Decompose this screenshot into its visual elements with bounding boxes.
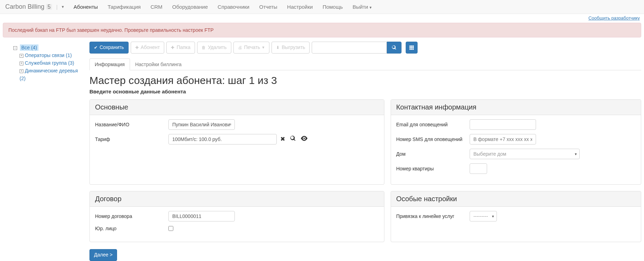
tree-item-operators[interactable]: Операторы связи (1) [25,52,72,58]
svg-point-0 [303,137,305,139]
house-label: Дом [396,151,470,157]
nav-crm[interactable]: CRM [146,0,167,13]
house-select[interactable]: Выберите дом [470,149,580,159]
tree-item-dynamic-trees[interactable]: Динамические деревья (2) [20,68,78,81]
top-navbar: Carbon Billing 5 | ▼ Абоненты Тарификаци… [0,0,644,14]
nav-settings[interactable]: Настройки [282,0,318,13]
service-bind-select[interactable]: --------- [470,211,497,221]
sidebar-tree: − Все (4) +Операторы связи (1) +Служебна… [3,42,87,261]
grid-view-button[interactable] [406,42,418,54]
download-icon: ⬇ [276,45,280,51]
print-label: Печать [244,44,260,51]
print-button[interactable]: 🖨Печать▼ [233,42,270,54]
panel-contact: Контактная информация Email для оповещен… [391,99,641,185]
nav-help[interactable]: Помощь [318,0,348,13]
legal-entity-label: Юр. лицо [95,226,168,231]
trash-icon: 🗑 [202,45,206,51]
nav-menu: Абоненты Тарификация CRM Оборудование Сп… [69,0,377,13]
caret-down-icon: ▼ [369,6,372,9]
apt-input[interactable] [470,163,487,174]
print-icon: 🖨 [238,45,242,51]
nav-logout[interactable]: Выйти▼ [348,0,377,13]
report-row: Сообщить разработчику [0,14,644,21]
panel-special-heading: Особые настройки [391,191,641,207]
report-developer-link[interactable]: Сообщить разработчику [588,15,640,21]
sms-input[interactable] [470,134,536,144]
tariff-input[interactable] [168,134,277,144]
abonent-label: Абонент [141,44,160,51]
page-subtitle: Введите основные данные абонента [89,89,641,94]
nav-tariffs[interactable]: Тарификация [103,0,146,13]
brand-version: 5 [46,4,52,10]
nav-reports[interactable]: Отчеты [254,0,282,13]
abonent-button[interactable]: ✚Абонент [131,42,165,54]
next-button[interactable]: Далее > [89,249,117,261]
sms-label: Номер SMS для оповещений [396,136,470,142]
nav-equipment[interactable]: Оборудование [167,0,213,13]
page-title: Мастер создания абонента: шаг 1 из 3 [89,75,641,86]
contract-number-label: Номер договора [95,213,168,219]
brand-text: Carbon Billing [5,3,44,10]
ftp-backup-alert: Последний бэкап на FTP был завершен неуд… [3,23,641,37]
panel-main: Основные Название/ФИО Тариф ✖ [89,99,384,185]
nav-logout-label: Выйти [353,4,368,10]
folder-button[interactable]: ✚Папка [166,42,195,54]
panel-contract: Договор Номер договора Юр. лицо [89,191,384,242]
tree-expand-icon[interactable]: + [20,54,23,58]
search-input[interactable] [312,42,387,54]
legal-entity-checkbox[interactable] [168,226,173,231]
nav-abonents[interactable]: Абоненты [69,0,103,13]
delete-button[interactable]: 🗑Удалить [197,42,231,54]
brand-caret-icon[interactable]: ▼ [61,5,65,9]
plus-icon: ✚ [171,45,174,51]
tariff-label: Тариф [95,136,168,142]
service-bind-label: Привязка к линейке услуг [396,213,470,219]
contract-number-input[interactable] [168,211,235,221]
tabs: Информация Настройки биллинга [89,58,641,70]
tree-collapse-icon[interactable]: − [13,46,17,50]
brand: Carbon Billing 5 [5,3,52,10]
clear-icon[interactable]: ✖ [280,135,285,143]
tree-root-all[interactable]: Все (4) [20,44,38,51]
tree-item-service-group[interactable]: Служебная группа (3) [25,60,74,66]
name-input[interactable] [168,119,235,130]
plus-icon: ✚ [135,45,139,51]
export-button[interactable]: ⬇Выгрузить [272,42,310,54]
caret-down-icon: ▼ [261,45,265,50]
nav-directories[interactable]: Справочники [213,0,254,13]
search-icon [392,45,397,50]
search-tariff-icon[interactable] [290,135,296,143]
panel-contract-heading: Договор [90,191,384,207]
panel-main-heading: Основные [90,100,384,115]
panel-special: Особые настройки Привязка к линейке услу… [391,191,641,242]
check-icon: ✔ [94,45,97,51]
panel-contact-heading: Контактная информация [391,100,641,115]
folder-label: Папка [176,44,190,51]
apt-label: Номер квартиры [396,166,470,171]
export-label: Выгрузить [282,44,305,51]
grid-icon [409,45,414,50]
save-label: Сохранить [100,44,124,51]
tab-information[interactable]: Информация [89,58,130,70]
brand-divider: | [56,4,58,10]
email-input[interactable] [470,119,536,130]
toolbar: ✔Сохранить ✚Абонент ✚Папка 🗑Удалить 🖨Печ… [89,42,641,54]
name-label: Название/ФИО [95,122,168,127]
eye-icon[interactable] [301,135,307,143]
save-button[interactable]: ✔Сохранить [89,42,129,54]
tab-billing-settings[interactable]: Настройки биллинга [130,58,187,70]
delete-label: Удалить [208,44,226,51]
tree-expand-icon[interactable]: + [20,62,23,65]
email-label: Email для оповещений [396,122,470,127]
content-area: ✔Сохранить ✚Абонент ✚Папка 🗑Удалить 🖨Печ… [87,42,641,261]
search-button[interactable] [387,42,401,54]
tree-expand-icon[interactable]: + [20,69,23,73]
